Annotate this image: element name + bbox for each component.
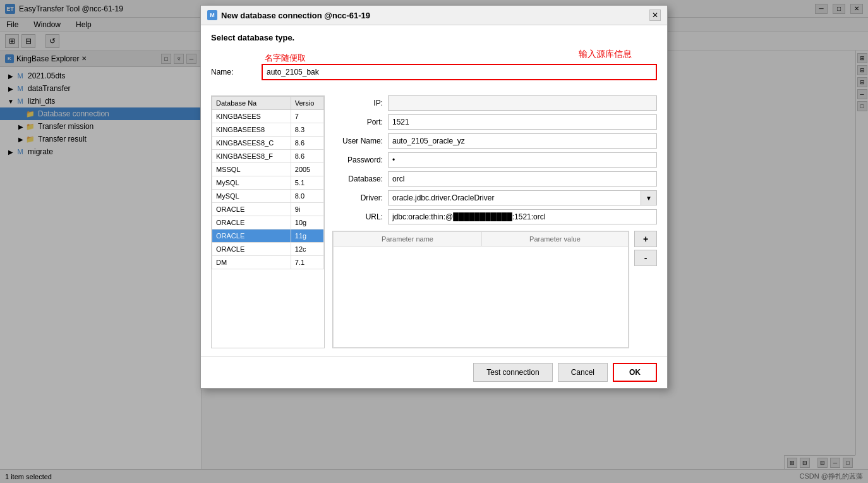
database-label: Database: bbox=[332, 174, 383, 183]
test-connection-button[interactable]: Test connection bbox=[473, 363, 552, 382]
dialog-subtitle: Select database type. bbox=[211, 33, 657, 42]
driver-row: Driver: ▼ bbox=[332, 190, 657, 205]
name-input[interactable] bbox=[262, 64, 657, 80]
name-label: Name: bbox=[211, 68, 262, 76]
database-row: Database: bbox=[332, 171, 657, 186]
dialog-title-left: M New database connection @ncc-61-19 bbox=[207, 10, 370, 20]
params-table: Parameter name Parameter value bbox=[333, 231, 629, 348]
params-empty-row bbox=[334, 247, 629, 348]
database-input[interactable] bbox=[388, 171, 657, 186]
annotation-name: 名字随便取 bbox=[265, 52, 306, 64]
dialog-close-button[interactable]: ✕ bbox=[649, 9, 661, 21]
db-row-dm71[interactable]: DM7.1 bbox=[212, 256, 324, 269]
username-label: User Name: bbox=[332, 137, 383, 145]
db-row-kingbasees8f[interactable]: KINGBASEES8_F8.6 bbox=[212, 150, 324, 163]
db-row-oracle9i[interactable]: ORACLE9i bbox=[212, 203, 324, 216]
dialog: M New database connection @ncc-61-19 ✕ S… bbox=[200, 5, 668, 389]
port-input[interactable] bbox=[388, 114, 657, 130]
modal-overlay: M New database connection @ncc-61-19 ✕ S… bbox=[0, 0, 868, 483]
ip-label: IP: bbox=[332, 99, 383, 107]
params-col1-header: Parameter name bbox=[334, 232, 482, 247]
db-type-table: Database Na Versio KINGBASEES7 KINGBASEE… bbox=[211, 95, 325, 348]
db-row-kingbasees7[interactable]: KINGBASEES7 bbox=[212, 110, 324, 123]
dialog-body: Select database type. 输入源库信息 名字随便取 Name: bbox=[201, 25, 667, 356]
driver-dropdown-wrapper: ▼ bbox=[388, 190, 657, 205]
port-label: Port: bbox=[332, 118, 383, 126]
params-buttons: + - bbox=[634, 231, 657, 348]
db-row-kingbasees83[interactable]: KINGBASEES88.3 bbox=[212, 123, 324, 137]
dialog-title-text: New database connection @ncc-61-19 bbox=[221, 11, 370, 20]
password-input[interactable] bbox=[388, 152, 657, 168]
params-body bbox=[334, 247, 629, 348]
db-row-oracle11g[interactable]: ORACLE11g bbox=[212, 229, 324, 243]
params-col2-header: Parameter value bbox=[481, 232, 628, 247]
ip-row: IP: bbox=[332, 95, 657, 111]
db-row-oracle12c[interactable]: ORACLE12c bbox=[212, 243, 324, 256]
driver-dropdown-button[interactable]: ▼ bbox=[641, 190, 657, 205]
driver-label: Driver: bbox=[332, 193, 383, 202]
db-table: Database Na Versio KINGBASEES7 KINGBASEE… bbox=[212, 96, 324, 269]
dialog-main: Database Na Versio KINGBASEES7 KINGBASEE… bbox=[211, 95, 657, 348]
password-label: Password: bbox=[332, 156, 383, 164]
url-input[interactable] bbox=[388, 209, 657, 224]
password-row: Password: bbox=[332, 152, 657, 168]
username-row: User Name: bbox=[332, 133, 657, 149]
dialog-icon: M bbox=[207, 10, 217, 20]
driver-input[interactable] bbox=[388, 190, 641, 205]
url-row: URL: bbox=[332, 209, 657, 224]
db-row-kingbasees8c[interactable]: KINGBASEES8_C8.6 bbox=[212, 137, 324, 150]
dialog-footer: Test connection Cancel OK bbox=[201, 356, 667, 388]
ok-button[interactable]: OK bbox=[613, 363, 657, 382]
cancel-button[interactable]: Cancel bbox=[558, 363, 608, 382]
db-table-header-name: Database Na bbox=[212, 97, 291, 110]
db-row-mssql[interactable]: MSSQL2005 bbox=[212, 163, 324, 176]
db-row-mysql80[interactable]: MySQL8.0 bbox=[212, 190, 324, 203]
name-input-wrapper bbox=[262, 64, 657, 80]
name-section: 名字随便取 Name: bbox=[211, 64, 657, 88]
params-remove-button[interactable]: - bbox=[634, 250, 657, 266]
db-row-mysql51[interactable]: MySQL5.1 bbox=[212, 176, 324, 190]
name-row: Name: bbox=[211, 64, 657, 80]
username-input[interactable] bbox=[388, 133, 657, 149]
db-row-oracle10g[interactable]: ORACLE10g bbox=[212, 216, 324, 229]
ip-input[interactable] bbox=[388, 95, 657, 111]
url-label: URL: bbox=[332, 212, 383, 221]
params-add-button[interactable]: + bbox=[634, 231, 657, 247]
db-table-header-version: Versio bbox=[291, 97, 323, 110]
dialog-title-bar: M New database connection @ncc-61-19 ✕ bbox=[201, 6, 667, 25]
connection-form: IP: Port: User Name: Passw bbox=[332, 95, 657, 348]
port-row: Port: bbox=[332, 114, 657, 130]
params-table-wrapper: Parameter name Parameter value bbox=[332, 231, 629, 348]
params-section: Parameter name Parameter value + bbox=[332, 231, 657, 348]
